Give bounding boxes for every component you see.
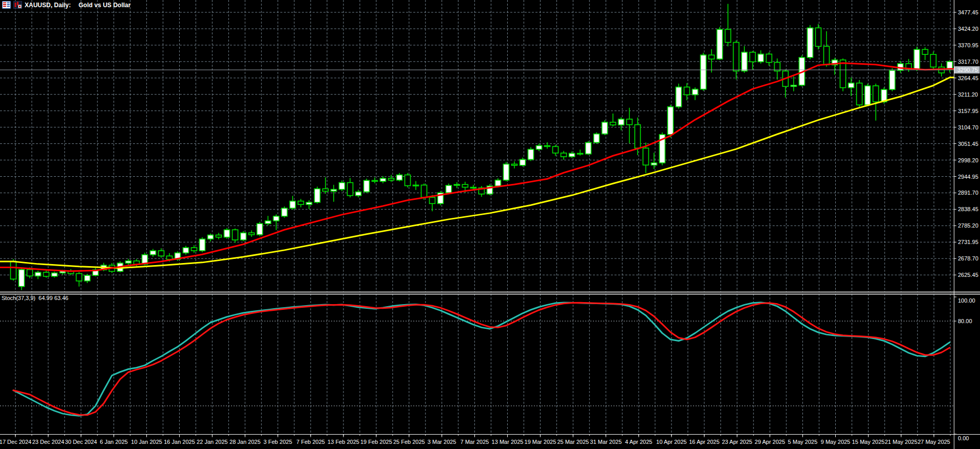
bull-candle <box>651 163 657 165</box>
candles <box>11 4 953 290</box>
stoch-axis[interactable]: 100.0080.000.00 <box>954 297 975 441</box>
bear-candle <box>372 180 378 181</box>
date-tick-label: 3 Mar 2025 <box>428 439 456 445</box>
bull-candle <box>619 119 624 125</box>
date-tick-label: 10 Jan 2025 <box>131 439 162 445</box>
stoch-indicator-label: Stoch(37,3,9)64.99 63.46 <box>2 295 71 301</box>
bear-candle <box>27 270 33 276</box>
date-tick-label: 19 Feb 2025 <box>360 439 392 445</box>
date-tick-label: 29 Apr 2025 <box>755 439 785 445</box>
bull-candle <box>791 85 797 86</box>
stoch-tick-label: 0.00 <box>958 435 969 441</box>
price-axis[interactable]: 3477.453424.203370.953317.703264.453211.… <box>954 9 978 278</box>
bear-candle <box>463 184 468 187</box>
date-tick-label: 13 Feb 2025 <box>328 439 359 445</box>
price-tick-label: 3424.20 <box>958 26 978 32</box>
date-tick-label: 7 Feb 2025 <box>296 439 325 445</box>
bear-candle <box>430 197 435 203</box>
price-tick-label: 2838.45 <box>958 206 978 212</box>
bull-candle <box>849 83 854 88</box>
ma-fast-red-line <box>0 63 954 271</box>
chart-canvas[interactable]: 3290.753477.453424.203370.953317.703264.… <box>0 0 980 449</box>
price-tick-label: 3157.95 <box>958 108 978 114</box>
price-tick-label: 3477.45 <box>958 9 978 15</box>
date-tick-label: 27 May 2025 <box>917 439 950 445</box>
period-list-icon <box>2 1 11 9</box>
bear-candle <box>734 42 739 71</box>
bear-candle <box>389 178 394 180</box>
bull-candle <box>676 87 682 106</box>
bull-candle <box>890 70 895 89</box>
bear-candle <box>578 153 583 154</box>
bull-candle <box>364 180 370 192</box>
bull-candle <box>865 86 871 105</box>
bull-candle <box>594 134 600 143</box>
bull-candle <box>446 185 452 193</box>
bear-candle <box>610 122 616 125</box>
bull-candle <box>520 159 526 165</box>
bull-candle <box>495 180 501 186</box>
bull-candle <box>306 202 312 204</box>
price-tick-label: 3211.20 <box>958 91 978 98</box>
bear-candle <box>216 235 222 237</box>
bear-candle <box>750 52 756 62</box>
bear-candle <box>76 273 82 280</box>
chart-type-icon <box>13 1 22 9</box>
date-tick-label: 22 Jan 2025 <box>197 439 228 445</box>
date-tick-label: 25 Mar 2025 <box>557 439 589 445</box>
bear-candle <box>725 29 731 42</box>
bear-candle <box>561 153 567 157</box>
price-tick-label: 2891.70 <box>958 190 978 196</box>
date-tick-label: 21 May 2025 <box>885 439 917 445</box>
price-tick-label: 2678.70 <box>958 255 978 261</box>
symbol-description: Gold vs US Dollar <box>79 2 130 9</box>
price-tick-label: 3264.45 <box>958 75 978 81</box>
ma-slow-yellow-line <box>0 78 954 268</box>
bear-candle <box>298 201 304 204</box>
bear-candle <box>923 49 928 54</box>
bull-candle <box>693 89 698 95</box>
price-tick-label: 3317.70 <box>958 59 978 65</box>
bear-candle <box>512 164 517 165</box>
bull-candle <box>701 55 706 89</box>
date-tick-label: 4 Apr 2025 <box>625 439 652 445</box>
price-tick-label: 3104.70 <box>958 124 978 130</box>
bull-candle <box>536 145 542 149</box>
price-tick-label: 2731.95 <box>958 239 978 245</box>
date-tick-label: 16 Apr 2025 <box>689 439 719 445</box>
bear-candle <box>643 148 649 165</box>
bull-candle <box>315 189 320 202</box>
time-axis[interactable]: 17 Dec 202423 Dec 202430 Dec 20246 Jan 2… <box>0 434 950 445</box>
bear-candle <box>233 230 238 240</box>
bear-candle <box>627 119 632 125</box>
price-tick-label: 2625.45 <box>958 272 978 278</box>
chart-title-bar: XAUUSD, Daily: Gold vs US Dollar <box>2 1 130 9</box>
bear-candle <box>167 256 172 259</box>
bull-candle <box>504 164 509 180</box>
price-tick-label: 2998.20 <box>958 157 978 163</box>
bull-candle <box>290 201 296 208</box>
mt4-chart-window: { "header": { "symbol_title": "XAUUSD, D… <box>0 0 980 449</box>
bear-candle <box>11 261 16 279</box>
date-tick-label: 3 Feb 2025 <box>263 439 292 445</box>
date-tick-label: 5 May 2025 <box>788 439 817 445</box>
date-tick-label: 23 Apr 2025 <box>722 439 752 445</box>
bear-candle <box>824 46 830 65</box>
bear-candle <box>249 233 255 235</box>
bull-candle <box>200 239 205 251</box>
date-tick-label: 15 May 2025 <box>852 439 885 445</box>
bull-candle <box>742 52 747 71</box>
bull-candle <box>208 235 214 239</box>
bull-candle <box>356 192 361 195</box>
bull-candle <box>413 185 419 186</box>
stoch-indicator-values: 64.99 63.46 <box>39 295 68 301</box>
bull-candle <box>717 29 723 59</box>
bull-candle <box>586 142 591 154</box>
date-tick-label: 19 Mar 2025 <box>525 439 556 445</box>
date-tick-label: 9 May 2025 <box>821 439 850 445</box>
bear-candle <box>816 28 821 46</box>
bull-candle <box>331 190 337 192</box>
bear-candle <box>405 175 411 185</box>
bull-candle <box>274 216 279 221</box>
bull-candle <box>52 273 57 276</box>
